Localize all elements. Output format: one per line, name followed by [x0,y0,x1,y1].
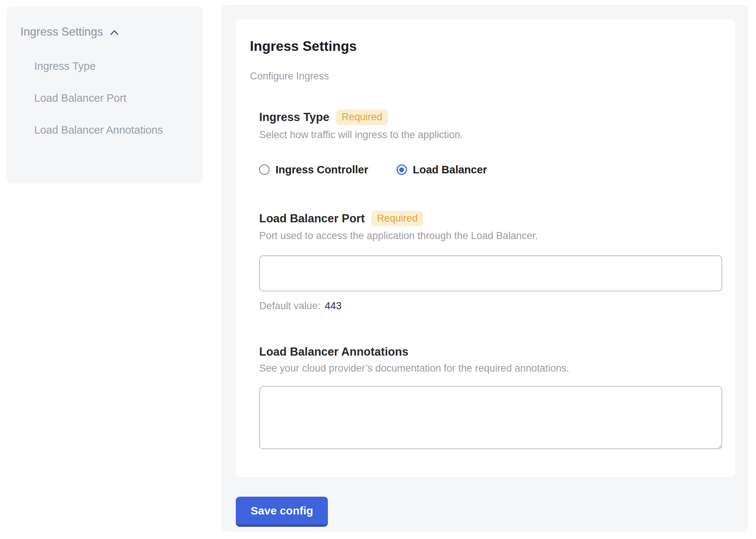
radio-label-load-balancer[interactable]: Load Balancer [413,164,487,176]
radio-option-load-balancer[interactable]: Load Balancer [397,164,487,176]
default-value-line: Default value: 443 [259,300,722,312]
sidebar-nav: Ingress Type Load Balancer Port Load Bal… [34,55,192,141]
chevron-up-icon [109,26,120,38]
settings-sidebar: Ingress Settings Ingress Type Load Balan… [7,7,203,183]
sidebar-item-ingress-type[interactable]: Ingress Type [34,55,175,77]
radio-label-ingress-controller[interactable]: Ingress Controller [276,164,368,176]
load-balancer-annotations-description: See your cloud provider’s documentation … [259,363,722,374]
ingress-settings-card: Ingress Settings Configure Ingress Ingre… [236,19,735,477]
radio-ingress-controller[interactable] [259,164,270,175]
ingress-type-radio-group: Ingress Controller Load Balancer [259,164,722,176]
sidebar-item-load-balancer-annotations[interactable]: Load Balancer Annotations [34,119,175,141]
ingress-type-description: Select how traffic will ingress to the a… [259,129,722,141]
load-balancer-annotations-label: Load Balancer Annotations [259,345,408,359]
sidebar-item-load-balancer-port[interactable]: Load Balancer Port [34,87,175,109]
sidebar-section-label: Ingress Settings [20,25,103,39]
page-subtitle: Configure Ingress [250,71,722,82]
load-balancer-port-field: Load Balancer Port Required Port used to… [259,211,722,312]
radio-dot [399,167,404,172]
load-balancer-port-input[interactable] [259,255,722,291]
load-balancer-port-label: Load Balancer Port [259,212,365,225]
ingress-type-field: Ingress Type Required Select how traffic… [259,110,722,176]
page-title: Ingress Settings [250,39,722,54]
load-balancer-port-description: Port used to access the application thro… [259,230,722,242]
sidebar-section-toggle[interactable]: Ingress Settings [20,25,192,39]
load-balancer-port-label-row: Load Balancer Port Required [259,211,722,226]
radio-option-ingress-controller[interactable]: Ingress Controller [259,164,368,176]
default-value: 443 [325,300,342,311]
ingress-settings-panel: Ingress Settings Configure Ingress Ingre… [221,5,748,532]
required-badge: Required [371,211,423,226]
required-badge: Required [336,110,388,125]
radio-load-balancer[interactable] [397,164,407,175]
ingress-type-label-row: Ingress Type Required [259,110,722,125]
load-balancer-annotations-textarea[interactable] [259,386,722,449]
default-value-label: Default value: [259,300,320,311]
save-config-button[interactable]: Save config [236,497,328,527]
ingress-type-label: Ingress Type [259,111,329,124]
load-balancer-annotations-label-row: Load Balancer Annotations [259,345,722,359]
load-balancer-annotations-field: Load Balancer Annotations See your cloud… [259,345,722,449]
